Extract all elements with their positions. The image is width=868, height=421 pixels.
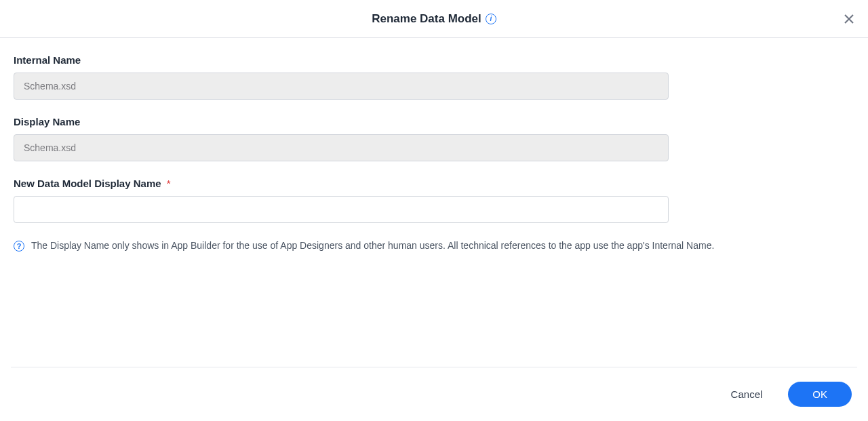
internal-name-input [14, 73, 669, 100]
dialog-title: Rename Data Model i [372, 12, 496, 26]
dialog-header: Rename Data Model i [0, 0, 868, 38]
help-icon: ? [14, 241, 24, 252]
help-row: ? The Display Name only shows in App Bui… [14, 239, 854, 253]
dialog-body: Internal Name Display Name New Data Mode… [0, 38, 868, 253]
close-icon [844, 14, 854, 24]
form-group-new-display-name: New Data Model Display Name * [14, 178, 854, 223]
close-button[interactable] [841, 11, 857, 27]
new-display-name-input[interactable] [14, 196, 669, 223]
help-text: The Display Name only shows in App Build… [31, 239, 714, 253]
required-indicator: * [167, 178, 171, 189]
dialog-footer: Cancel OK [11, 367, 857, 421]
dialog-title-text: Rename Data Model [372, 12, 481, 26]
form-group-display-name: Display Name [14, 116, 854, 161]
ok-button[interactable]: OK [788, 382, 852, 407]
display-name-label: Display Name [14, 116, 854, 127]
display-name-input [14, 134, 669, 161]
new-display-name-label-text: New Data Model Display Name [14, 178, 161, 189]
new-display-name-label: New Data Model Display Name * [14, 178, 854, 189]
info-icon[interactable]: i [486, 14, 496, 24]
form-group-internal-name: Internal Name [14, 54, 854, 100]
internal-name-label: Internal Name [14, 54, 854, 66]
cancel-button[interactable]: Cancel [728, 383, 766, 405]
